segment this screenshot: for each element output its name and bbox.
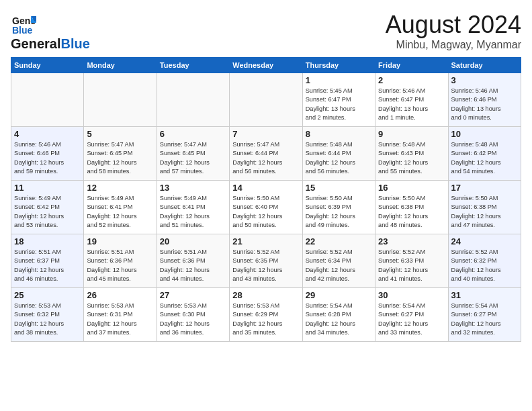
day-number: 15 — [306, 183, 372, 193]
day-cell: 3Sunrise: 5:46 AM Sunset: 6:46 PM Daylig… — [448, 73, 521, 127]
day-number: 8 — [306, 129, 372, 139]
day-info: Sunrise: 5:53 AM Sunset: 6:30 PM Dayligh… — [160, 302, 226, 337]
day-number: 27 — [160, 290, 226, 300]
day-cell — [157, 73, 229, 127]
location-title: Minbu, Magway, Myanmar — [386, 39, 521, 51]
day-cell: 5Sunrise: 5:47 AM Sunset: 6:45 PM Daylig… — [84, 127, 157, 181]
day-cell: 19Sunrise: 5:51 AM Sunset: 6:36 PM Dayli… — [84, 234, 157, 288]
col-header-wednesday: Wednesday — [230, 58, 302, 73]
day-cell: 1Sunrise: 5:45 AM Sunset: 6:47 PM Daylig… — [302, 73, 375, 127]
day-cell: 12Sunrise: 5:49 AM Sunset: 6:41 PM Dayli… — [84, 181, 157, 234]
day-number: 31 — [451, 290, 518, 300]
day-cell: 18Sunrise: 5:51 AM Sunset: 6:37 PM Dayli… — [11, 234, 84, 288]
logo: General Blue General Blue — [11, 11, 90, 52]
day-cell: 9Sunrise: 5:48 AM Sunset: 6:43 PM Daylig… — [375, 127, 448, 181]
day-cell: 27Sunrise: 5:53 AM Sunset: 6:30 PM Dayli… — [157, 288, 229, 342]
col-header-monday: Monday — [84, 58, 157, 73]
day-cell: 26Sunrise: 5:53 AM Sunset: 6:31 PM Dayli… — [84, 288, 157, 342]
day-info: Sunrise: 5:48 AM Sunset: 6:43 PM Dayligh… — [378, 140, 445, 176]
day-cell: 14Sunrise: 5:50 AM Sunset: 6:40 PM Dayli… — [230, 181, 302, 234]
day-cell: 13Sunrise: 5:49 AM Sunset: 6:41 PM Dayli… — [157, 181, 229, 234]
day-number: 26 — [87, 290, 153, 300]
day-info: Sunrise: 5:53 AM Sunset: 6:31 PM Dayligh… — [87, 302, 153, 337]
day-cell: 15Sunrise: 5:50 AM Sunset: 6:39 PM Dayli… — [302, 181, 375, 234]
day-info: Sunrise: 5:47 AM Sunset: 6:44 PM Dayligh… — [232, 140, 299, 176]
day-cell — [11, 73, 84, 127]
day-number: 6 — [160, 129, 226, 139]
day-number: 25 — [14, 290, 81, 300]
day-info: Sunrise: 5:47 AM Sunset: 6:45 PM Dayligh… — [87, 140, 153, 176]
month-title: August 2024 — [386, 11, 521, 39]
day-info: Sunrise: 5:49 AM Sunset: 6:41 PM Dayligh… — [160, 194, 226, 230]
day-number: 12 — [87, 183, 153, 193]
logo-general: General — [11, 36, 60, 52]
logo-icon: General Blue — [11, 11, 36, 36]
logo-blue: Blue — [60, 36, 89, 52]
day-info: Sunrise: 5:51 AM Sunset: 6:36 PM Dayligh… — [160, 248, 226, 283]
day-number: 7 — [232, 129, 299, 139]
svg-text:Blue: Blue — [12, 25, 33, 36]
calendar-header-row: SundayMondayTuesdayWednesdayThursdayFrid… — [11, 58, 521, 73]
day-cell: 8Sunrise: 5:48 AM Sunset: 6:44 PM Daylig… — [302, 127, 375, 181]
day-number: 28 — [232, 290, 299, 300]
day-number: 30 — [378, 290, 445, 300]
day-number: 24 — [451, 236, 518, 246]
day-info: Sunrise: 5:46 AM Sunset: 6:46 PM Dayligh… — [14, 140, 81, 176]
col-header-saturday: Saturday — [448, 58, 521, 73]
calendar-table: SundayMondayTuesdayWednesdayThursdayFrid… — [11, 57, 521, 342]
day-number: 13 — [160, 183, 226, 193]
day-cell: 4Sunrise: 5:46 AM Sunset: 6:46 PM Daylig… — [11, 127, 84, 181]
day-info: Sunrise: 5:51 AM Sunset: 6:37 PM Dayligh… — [14, 248, 81, 283]
title-area: August 2024 Minbu, Magway, Myanmar — [386, 11, 521, 51]
week-row-5: 25Sunrise: 5:53 AM Sunset: 6:32 PM Dayli… — [11, 288, 521, 342]
day-cell: 22Sunrise: 5:52 AM Sunset: 6:34 PM Dayli… — [302, 234, 375, 288]
day-number: 14 — [232, 183, 299, 193]
day-info: Sunrise: 5:47 AM Sunset: 6:45 PM Dayligh… — [160, 140, 226, 176]
col-header-tuesday: Tuesday — [157, 58, 229, 73]
day-info: Sunrise: 5:53 AM Sunset: 6:29 PM Dayligh… — [232, 302, 299, 337]
day-number: 20 — [160, 236, 226, 246]
day-info: Sunrise: 5:51 AM Sunset: 6:36 PM Dayligh… — [87, 248, 153, 283]
day-info: Sunrise: 5:50 AM Sunset: 6:39 PM Dayligh… — [306, 194, 372, 230]
day-cell: 31Sunrise: 5:54 AM Sunset: 6:27 PM Dayli… — [448, 288, 521, 342]
day-info: Sunrise: 5:52 AM Sunset: 6:34 PM Dayligh… — [306, 248, 372, 283]
week-row-3: 11Sunrise: 5:49 AM Sunset: 6:42 PM Dayli… — [11, 181, 521, 234]
day-number: 29 — [306, 290, 372, 300]
day-info: Sunrise: 5:46 AM Sunset: 6:46 PM Dayligh… — [451, 87, 518, 122]
day-cell: 29Sunrise: 5:54 AM Sunset: 6:28 PM Dayli… — [302, 288, 375, 342]
week-row-2: 4Sunrise: 5:46 AM Sunset: 6:46 PM Daylig… — [11, 127, 521, 181]
day-info: Sunrise: 5:52 AM Sunset: 6:33 PM Dayligh… — [378, 248, 445, 283]
day-info: Sunrise: 5:50 AM Sunset: 6:40 PM Dayligh… — [232, 194, 299, 230]
day-info: Sunrise: 5:46 AM Sunset: 6:47 PM Dayligh… — [378, 87, 445, 122]
day-cell — [230, 73, 302, 127]
header: General Blue General Blue August 2024 Mi… — [11, 11, 521, 52]
day-number: 4 — [14, 129, 81, 139]
day-cell: 7Sunrise: 5:47 AM Sunset: 6:44 PM Daylig… — [230, 127, 302, 181]
day-info: Sunrise: 5:54 AM Sunset: 6:28 PM Dayligh… — [306, 302, 372, 337]
day-info: Sunrise: 5:54 AM Sunset: 6:27 PM Dayligh… — [451, 302, 518, 337]
day-cell: 21Sunrise: 5:52 AM Sunset: 6:35 PM Dayli… — [230, 234, 302, 288]
day-number: 11 — [14, 183, 81, 193]
day-info: Sunrise: 5:52 AM Sunset: 6:32 PM Dayligh… — [451, 248, 518, 283]
day-number: 21 — [232, 236, 299, 246]
day-info: Sunrise: 5:54 AM Sunset: 6:27 PM Dayligh… — [378, 302, 445, 337]
day-number: 10 — [451, 129, 518, 139]
day-cell: 20Sunrise: 5:51 AM Sunset: 6:36 PM Dayli… — [157, 234, 229, 288]
day-info: Sunrise: 5:50 AM Sunset: 6:38 PM Dayligh… — [378, 194, 445, 230]
day-info: Sunrise: 5:48 AM Sunset: 6:44 PM Dayligh… — [306, 140, 372, 176]
day-cell: 16Sunrise: 5:50 AM Sunset: 6:38 PM Dayli… — [375, 181, 448, 234]
day-info: Sunrise: 5:49 AM Sunset: 6:41 PM Dayligh… — [87, 194, 153, 230]
day-number: 3 — [451, 75, 518, 85]
day-number: 5 — [87, 129, 153, 139]
day-number: 23 — [378, 236, 445, 246]
day-cell: 11Sunrise: 5:49 AM Sunset: 6:42 PM Dayli… — [11, 181, 84, 234]
day-cell: 23Sunrise: 5:52 AM Sunset: 6:33 PM Dayli… — [375, 234, 448, 288]
day-number: 19 — [87, 236, 153, 246]
day-cell — [84, 73, 157, 127]
day-number: 9 — [378, 129, 445, 139]
col-header-sunday: Sunday — [11, 58, 84, 73]
day-info: Sunrise: 5:52 AM Sunset: 6:35 PM Dayligh… — [232, 248, 299, 283]
day-info: Sunrise: 5:50 AM Sunset: 6:38 PM Dayligh… — [451, 194, 518, 230]
day-cell: 30Sunrise: 5:54 AM Sunset: 6:27 PM Dayli… — [375, 288, 448, 342]
day-cell: 2Sunrise: 5:46 AM Sunset: 6:47 PM Daylig… — [375, 73, 448, 127]
